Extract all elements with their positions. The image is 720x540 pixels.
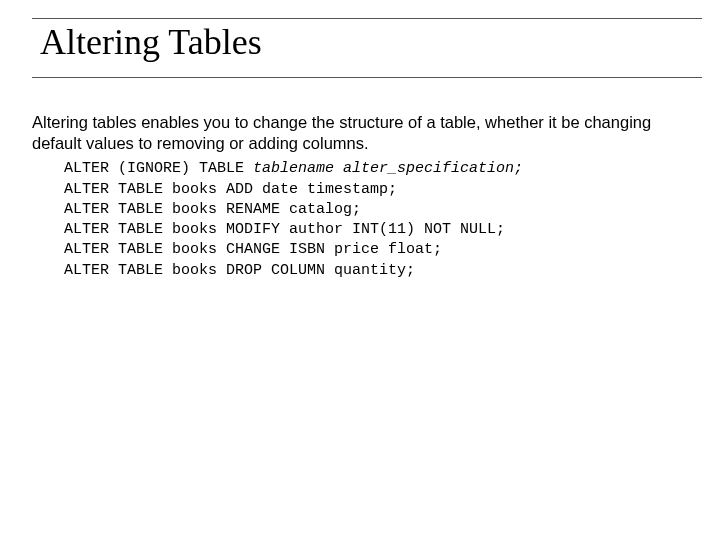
code-line: ALTER TABLE books DROP COLUMN quantity; (64, 261, 688, 281)
code-line: ALTER TABLE books ADD date timestamp; (64, 180, 688, 200)
code-syntax-line: ALTER (IGNORE) TABLE tablename alter_spe… (64, 159, 688, 179)
title-bar: Altering Tables (32, 18, 702, 78)
intro-text: Altering tables enables you to change th… (32, 112, 688, 153)
slide-body: Altering tables enables you to change th… (32, 112, 688, 281)
slide: Altering Tables Altering tables enables … (0, 0, 720, 540)
code-block: ALTER (IGNORE) TABLE tablename alter_spe… (64, 159, 688, 281)
code-syntax-prefix: ALTER (IGNORE) TABLE (64, 160, 253, 177)
code-syntax-italic: tablename alter_specification; (253, 160, 523, 177)
code-line: ALTER TABLE books MODIFY author INT(11) … (64, 220, 688, 240)
code-line: ALTER TABLE books RENAME catalog; (64, 200, 688, 220)
code-line: ALTER TABLE books CHANGE ISBN price floa… (64, 240, 688, 260)
slide-title: Altering Tables (40, 23, 702, 63)
